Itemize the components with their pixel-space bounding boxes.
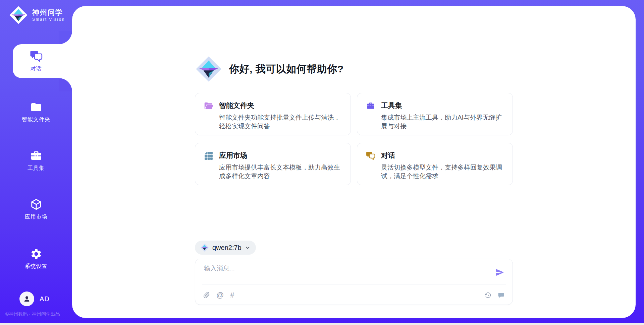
composer-left-tools: @ # [203,291,234,299]
model-diamond-icon [200,243,209,252]
avatar [19,291,34,306]
briefcase-icon [366,102,375,110]
brand-name: 神州问学 [32,8,65,16]
copyright-text: ©神州数码 · 神州问学出品 [5,311,72,317]
app-root: { "app": { "name": "神州问学", "subtitle": "… [0,0,644,325]
card-title: 智能文件夹 [219,101,342,110]
user-initials: AD [40,295,50,303]
chat-icon [30,50,43,62]
feedback-button[interactable] [498,292,504,299]
brand-text: 神州问学 Smart Vision [32,8,65,21]
sidebar-item-toolset[interactable]: 工具集 [0,142,72,179]
card-body: 应用市场 应用市场提供丰富长文本模板，助力高效生成多样化文章内容 [219,151,342,177]
paperclip-icon [203,292,210,299]
sidebar-item-settings[interactable]: 系统设置 [0,241,72,277]
message-composer: @ # [195,259,513,305]
model-name: qwen2:7b [212,244,241,252]
sidebar-item-chat[interactable]: 对话 [0,44,72,78]
card-app-market[interactable]: 应用市场 应用市场提供丰富长文本模板，助力高效生成多样化文章内容 [195,143,351,185]
hashtag-button[interactable]: # [230,291,234,299]
greeting: 你好, 我可以如何帮助你? [195,55,344,83]
gear-icon [30,248,43,260]
app-logo: 神州问学 Smart Vision [9,5,65,25]
card-body: 对话 灵活切换多模型文件，支持多样回复效果调试，满足个性化需求 [381,151,504,177]
send-button[interactable] [495,268,504,277]
greeting-diamond-icon [195,55,222,83]
tab-connector-top [59,31,72,44]
sidebar-item-app-market[interactable]: 应用市场 [0,191,72,228]
attachment-button[interactable] [203,292,210,299]
horizontal-scrollbar[interactable] [0,323,644,325]
greeting-title: 你好, 我可以如何帮助你? [229,62,344,76]
card-description: 智能文件夹功能支持批量文件上传与清洗，轻松实现文件问答 [219,113,342,131]
sidebar-item-label: 系统设置 [25,263,48,270]
card-body: 工具集 集成市场上主流工具，助力AI与外界无缝扩展与对接 [381,101,504,127]
card-title: 工具集 [381,101,504,110]
feature-cards: 智能文件夹 智能文件夹功能支持批量文件上传与清洗，轻松实现文件问答 工具集 集成… [195,93,513,185]
card-title: 应用市场 [219,151,342,160]
card-description: 应用市场提供丰富长文本模板，助力高效生成多样化文章内容 [219,163,342,181]
sidebar-item-smart-folder[interactable]: 智能文件夹 [0,94,72,131]
user-profile[interactable]: AD [19,291,50,306]
sidebar-item-label: 应用市场 [25,213,48,220]
composer-right-tools [485,292,504,299]
main-panel: 你好, 我可以如何帮助你? 智能文件夹 智能文件夹功能支持批量文件上传与清洗，轻… [72,6,636,318]
chat-icon [366,151,375,160]
card-description: 灵活切换多模型文件，支持多样回复效果调试，满足个性化需求 [381,163,504,181]
sidebar-item-label: 智能文件夹 [22,116,50,123]
card-title: 对话 [381,151,504,160]
person-icon [22,295,31,303]
sidebar: 神州问学 Smart Vision 对话 智能文件夹 工具集 [0,0,72,325]
brand-subtitle: Smart Vision [32,17,65,22]
history-icon [485,292,491,299]
message-icon [498,292,504,299]
history-button[interactable] [485,292,491,299]
model-selector[interactable]: qwen2:7b [195,241,256,255]
tab-connector-bottom [59,78,72,91]
card-smart-folder[interactable]: 智能文件夹 智能文件夹功能支持批量文件上传与清洗，轻松实现文件问答 [195,93,351,135]
composer-divider [202,284,506,284]
brand-diamond-icon [9,5,28,25]
content-column: 你好, 我可以如何帮助你? 智能文件夹 智能文件夹功能支持批量文件上传与清洗，轻… [195,6,513,318]
sidebar-item-label: 对话 [31,65,42,72]
chevron-down-icon [245,245,251,251]
grid-icon [204,151,213,160]
briefcase-icon [30,150,43,162]
card-description: 集成市场上主流工具，助力AI与外界无缝扩展与对接 [381,113,504,131]
sidebar-item-label: 工具集 [28,165,45,172]
message-input[interactable] [204,264,482,282]
cube-icon [30,198,43,210]
folder-icon [30,101,43,113]
send-icon [495,268,504,277]
card-chat[interactable]: 对话 灵活切换多模型文件，支持多样回复效果调试，满足个性化需求 [357,143,513,185]
folder-open-icon [204,102,213,110]
mention-button[interactable]: @ [216,291,224,299]
card-toolset[interactable]: 工具集 集成市场上主流工具，助力AI与外界无缝扩展与对接 [357,93,513,135]
composer-toolbar: @ # [203,289,504,301]
card-body: 智能文件夹 智能文件夹功能支持批量文件上传与清洗，轻松实现文件问答 [219,101,342,127]
